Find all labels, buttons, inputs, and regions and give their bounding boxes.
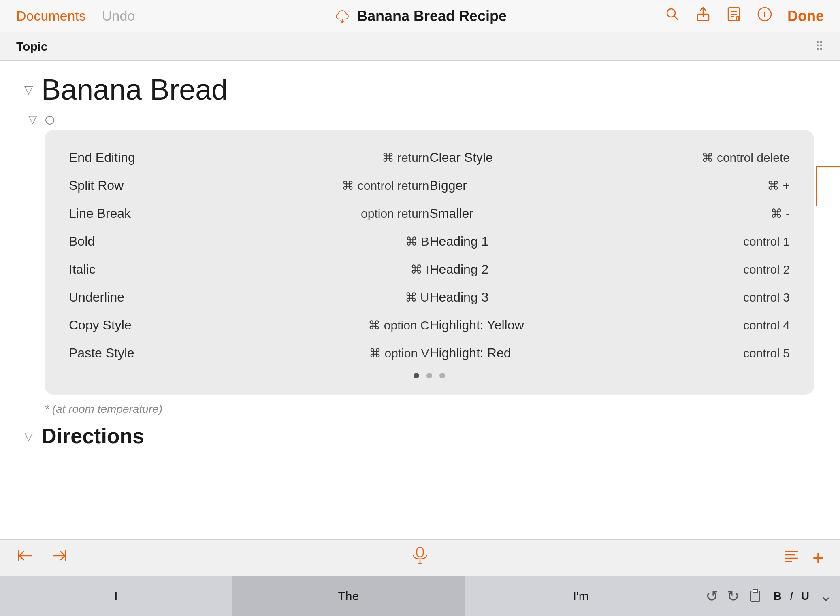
orange-side-indicator xyxy=(816,166,840,206)
shortcuts-left-col: End Editing ⌘ return Split Row ⌘ control… xyxy=(69,150,429,361)
shortcut-key: control 3 xyxy=(743,291,790,304)
shortcut-key: ⌘ B xyxy=(405,234,429,249)
shortcut-name: Smaller xyxy=(430,206,473,221)
done-button[interactable]: Done xyxy=(787,8,824,25)
shortcut-row: Underline ⌘ U xyxy=(69,290,429,305)
redo-icon[interactable]: ↻ xyxy=(727,587,740,605)
top-bar-right: i i Done xyxy=(664,6,824,26)
info-icon[interactable]: i xyxy=(757,6,773,26)
autocomplete-suggestion-0[interactable]: I xyxy=(0,576,232,616)
shortcut-name: Heading 3 xyxy=(430,290,489,305)
shortcut-key: ⌘ control delete xyxy=(701,151,790,165)
toolbar-topic-label: Topic xyxy=(16,40,48,53)
top-bar-center: Banana Bread Recipe xyxy=(333,7,507,25)
indent-right-button[interactable] xyxy=(50,547,68,568)
shortcut-name: Copy Style xyxy=(69,318,132,333)
shortcut-name: Heading 1 xyxy=(430,234,489,249)
collapse-triangle-directions[interactable]: ▽ xyxy=(24,429,33,443)
page-dot-2[interactable] xyxy=(439,373,445,378)
shortcut-row: Heading 1 control 1 xyxy=(430,234,790,249)
main-content: ▽ Banana Bread ▽ End Editing ⌘ return Sp… xyxy=(0,61,840,539)
toolbar: Topic ⠿ xyxy=(0,32,840,61)
autocomplete-right: ↺ ↻ B I U ⌄ xyxy=(697,587,840,605)
shortcut-name: End Editing xyxy=(69,150,135,165)
autocomplete-suggestion-2[interactable]: I'm xyxy=(465,576,697,616)
shortcuts-right-col: Clear Style ⌘ control delete Bigger ⌘ + … xyxy=(430,150,790,361)
toolbar-lines-icon[interactable]: ⠿ xyxy=(815,39,824,53)
shortcut-row: Clear Style ⌘ control delete xyxy=(430,150,790,165)
underline-button[interactable]: U xyxy=(799,588,812,604)
share-icon[interactable] xyxy=(695,6,711,26)
directions-heading: Directions xyxy=(41,424,144,448)
room-temp-note: * (at room temperature) xyxy=(45,403,816,416)
page-dot-1[interactable] xyxy=(426,373,432,378)
autocomplete-bar: ITheI'm ↺ ↻ B I U ⌄ xyxy=(0,576,840,616)
bottom-toolbar-left xyxy=(16,547,68,568)
search-icon[interactable] xyxy=(664,6,680,26)
shortcut-key: ⌘ option C xyxy=(368,318,429,332)
doc-heading-row: ▽ Banana Bread xyxy=(24,73,816,106)
shortcuts-grid: End Editing ⌘ return Split Row ⌘ control… xyxy=(69,150,790,361)
shortcut-row: Heading 3 control 3 xyxy=(430,290,790,305)
top-bar: Documents Undo Banana Bread Recipe xyxy=(0,0,840,32)
document-icon[interactable]: i xyxy=(726,6,742,26)
keyboard-chevron-down[interactable]: ⌄ xyxy=(820,588,832,605)
shortcut-row: Highlight: Yellow control 4 xyxy=(430,318,790,333)
page-dots xyxy=(69,373,790,378)
shortcut-name: Paste Style xyxy=(69,346,134,361)
shortcut-key: control 1 xyxy=(743,235,790,249)
shortcut-key: control 2 xyxy=(743,263,790,276)
shortcut-row: Highlight: Red control 5 xyxy=(430,346,790,361)
svg-point-8 xyxy=(736,16,740,21)
shortcut-name: Clear Style xyxy=(430,150,493,165)
shortcut-name: Bold xyxy=(69,234,95,249)
autocomplete-suggestion-1[interactable]: The xyxy=(232,576,465,616)
paste-icon[interactable] xyxy=(748,587,763,605)
page-dot-0[interactable] xyxy=(414,373,419,378)
shortcut-row: Paste Style ⌘ option V xyxy=(69,346,429,361)
shortcut-key: option return xyxy=(361,207,429,221)
shortcut-row: Bold ⌘ B xyxy=(69,234,429,249)
undo-icon[interactable]: ↺ xyxy=(706,587,718,605)
shortcut-name: Italic xyxy=(69,262,96,277)
svg-rect-16 xyxy=(417,547,423,557)
indent-left-button[interactable] xyxy=(16,547,34,568)
shortcut-row: Copy Style ⌘ option C xyxy=(69,318,429,333)
shortcut-row: End Editing ⌘ return xyxy=(69,150,429,165)
shortcut-name: Line Break xyxy=(69,206,131,221)
cloud-icon xyxy=(333,7,351,25)
shortcut-name: Highlight: Red xyxy=(430,346,511,361)
bottom-toolbar-right: + xyxy=(782,546,824,569)
shortcut-key: control 5 xyxy=(743,346,790,360)
document-heading: Banana Bread xyxy=(41,73,228,106)
svg-rect-24 xyxy=(753,589,758,593)
autocomplete-suggestions: ITheI'm xyxy=(0,576,697,616)
shortcut-row: Line Break option return xyxy=(69,206,429,221)
shortcut-name: Heading 2 xyxy=(430,262,489,277)
svg-text:i: i xyxy=(763,9,766,18)
shortcuts-modal: End Editing ⌘ return Split Row ⌘ control… xyxy=(45,130,814,395)
collapse-triangle-heading[interactable]: ▽ xyxy=(24,83,33,96)
shortcut-row: Italic ⌘ I xyxy=(69,262,429,277)
document-title: Banana Bread Recipe xyxy=(357,8,507,25)
svg-text:i: i xyxy=(737,16,738,21)
text-align-button[interactable] xyxy=(782,547,800,568)
shortcut-name: Bigger xyxy=(430,178,467,193)
directions-row: ▽ Directions xyxy=(24,424,816,448)
microphone-button[interactable] xyxy=(409,545,431,570)
shortcut-name: Highlight: Yellow xyxy=(430,318,524,333)
italic-button[interactable]: I xyxy=(787,588,795,604)
shortcut-row: Split Row ⌘ control return xyxy=(69,178,429,193)
shortcut-key: ⌘ control return xyxy=(342,178,429,193)
shortcut-name: Underline xyxy=(69,290,124,305)
shortcut-key: ⌘ + xyxy=(767,178,790,193)
svg-line-2 xyxy=(674,16,678,20)
shortcut-key: ⌘ I xyxy=(410,262,429,276)
bullet-row-1: ▽ xyxy=(28,113,816,126)
bold-button[interactable]: B xyxy=(771,588,784,604)
documents-link[interactable]: Documents xyxy=(16,8,86,24)
bottom-toolbar: + xyxy=(0,539,840,576)
collapse-triangle-1[interactable]: ▽ xyxy=(28,113,37,126)
undo-button[interactable]: Undo xyxy=(102,8,135,24)
add-button[interactable]: + xyxy=(812,546,824,569)
